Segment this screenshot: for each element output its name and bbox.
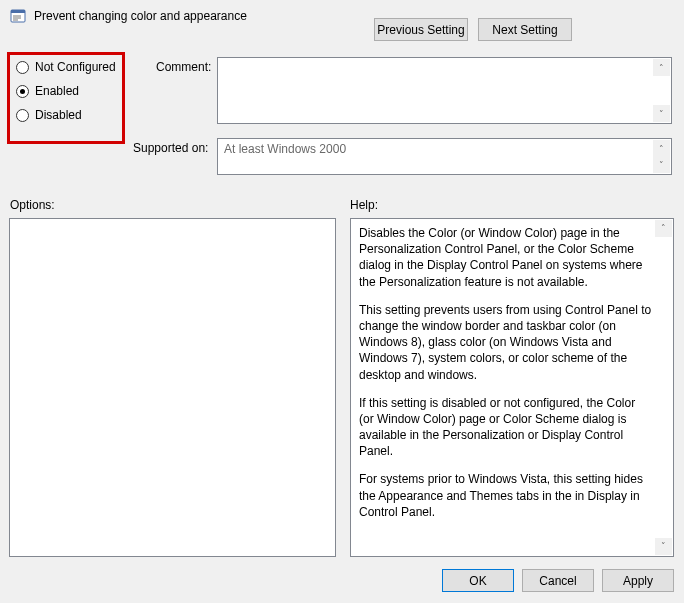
options-panel	[9, 218, 336, 557]
policy-title: Prevent changing color and appearance	[34, 9, 247, 23]
policy-icon	[10, 8, 26, 24]
scroll-down-icon[interactable]: ˅	[655, 538, 672, 555]
radio-label: Not Configured	[35, 60, 116, 74]
radio-not-configured[interactable]: Not Configured	[16, 60, 116, 74]
svg-rect-1	[11, 10, 25, 13]
supported-on-field: At least Windows 2000 ˄ ˅	[217, 138, 672, 175]
previous-setting-button[interactable]: Previous Setting	[374, 18, 468, 41]
nav-buttons: Previous Setting Next Setting	[374, 18, 572, 41]
policy-state-radiogroup: Not Configured Enabled Disabled	[7, 52, 125, 144]
help-paragraph: For systems prior to Windows Vista, this…	[359, 471, 653, 520]
help-label: Help:	[350, 198, 378, 212]
comment-label: Comment:	[156, 60, 211, 74]
scroll-up-icon[interactable]: ˄	[655, 220, 672, 237]
help-paragraph: Disables the Color (or Window Color) pag…	[359, 225, 653, 290]
radio-icon	[16, 61, 29, 74]
ok-button[interactable]: OK	[442, 569, 514, 592]
help-panel: Disables the Color (or Window Color) pag…	[350, 218, 674, 557]
scroll-down-icon[interactable]: ˅	[653, 105, 670, 122]
scroll-up-icon[interactable]: ˄	[653, 140, 670, 157]
radio-label: Disabled	[35, 108, 82, 122]
apply-button[interactable]: Apply	[602, 569, 674, 592]
policy-editor-pane: Prevent changing color and appearance Pr…	[0, 0, 684, 603]
radio-enabled[interactable]: Enabled	[16, 84, 116, 98]
radio-disabled[interactable]: Disabled	[16, 108, 116, 122]
dialog-footer: OK Cancel Apply	[442, 569, 674, 592]
cancel-button[interactable]: Cancel	[522, 569, 594, 592]
help-paragraph: This setting prevents users from using C…	[359, 302, 653, 383]
radio-label: Enabled	[35, 84, 79, 98]
radio-icon	[16, 109, 29, 122]
supported-on-label: Supported on:	[133, 141, 208, 155]
scroll-up-icon[interactable]: ˄	[653, 59, 670, 76]
radio-icon	[16, 85, 29, 98]
help-paragraph: If this setting is disabled or not confi…	[359, 395, 653, 460]
next-setting-button[interactable]: Next Setting	[478, 18, 572, 41]
supported-on-text: At least Windows 2000	[224, 142, 346, 156]
comment-textarea[interactable]: ˄ ˅	[217, 57, 672, 124]
title-row: Prevent changing color and appearance	[0, 0, 684, 24]
options-label: Options:	[10, 198, 55, 212]
scroll-down-icon[interactable]: ˅	[653, 156, 670, 173]
